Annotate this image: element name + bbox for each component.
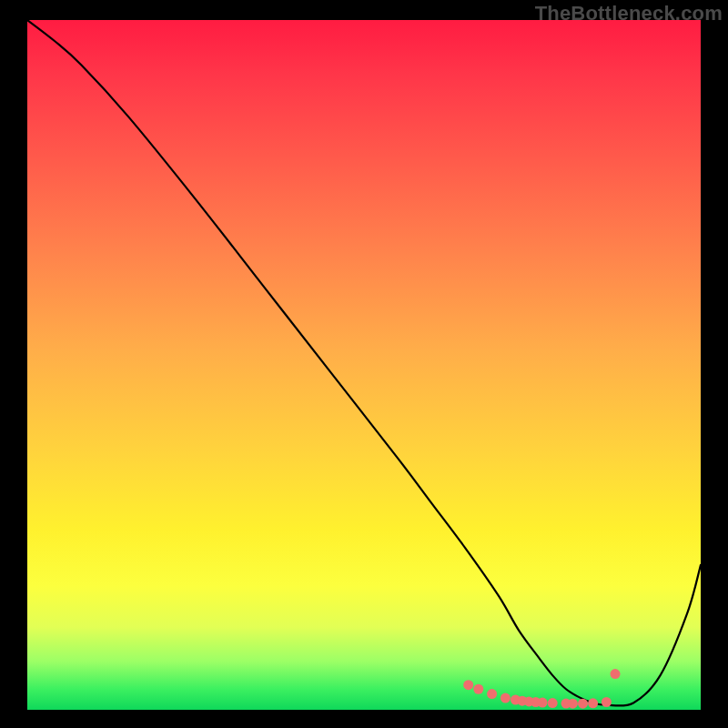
marker-dot — [588, 698, 598, 708]
minimum-markers — [463, 669, 620, 709]
marker-dot — [463, 680, 473, 690]
marker-dot — [487, 689, 497, 699]
marker-dot — [611, 669, 621, 679]
marker-dot — [473, 684, 483, 694]
chart-frame: TheBottleneck.com — [0, 0, 728, 728]
marker-dot — [500, 693, 511, 703]
plot-area — [27, 20, 701, 710]
marker-dot — [548, 698, 558, 708]
marker-dot — [578, 699, 588, 709]
curve-layer — [27, 20, 701, 710]
marker-dot — [602, 697, 612, 707]
bottleneck-curve — [27, 20, 701, 706]
marker-dot — [538, 698, 548, 708]
marker-dot — [568, 699, 578, 709]
